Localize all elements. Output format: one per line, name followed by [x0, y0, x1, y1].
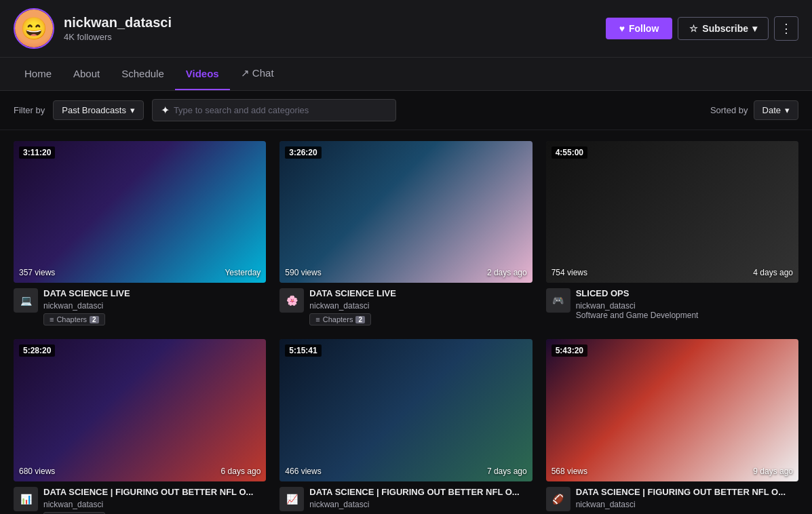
video-channel-avatar: 📊	[14, 487, 38, 511]
chapters-count: 2	[355, 316, 365, 323]
category-search[interactable]: ✦	[152, 99, 396, 121]
video-meta: DATA SCIENCE LIVE nickwan_datasci ≡ Chap…	[309, 288, 532, 325]
channel-header: 😄 nickwan_datasci 4K followers ♥ Follow …	[0, 0, 812, 58]
video-title: DATA SCIENCE LIVE	[309, 288, 532, 300]
channel-thumb-emoji: 🏈	[552, 494, 564, 505]
video-thumbnail: 5:43:20 568 views 9 days ago	[546, 339, 798, 481]
video-duration: 5:15:41	[285, 344, 321, 357]
video-info: 📈 DATA SCIENCE | FIGURING OUT BETTER NFL…	[279, 487, 532, 511]
channel-thumb-emoji: 📈	[286, 494, 298, 505]
video-views: 357 views	[19, 268, 55, 277]
video-card[interactable]: 5:43:20 568 views 9 days ago 🏈 DATA SCIE…	[546, 339, 798, 514]
video-channel-name: nickwan_datasci	[576, 500, 798, 509]
video-channel-name: nickwan_datasci	[576, 301, 798, 311]
video-meta: DATA SCIENCE | FIGURING OUT BETTER NFL O…	[309, 487, 532, 509]
chapters-badge[interactable]: ≡ Chapters 2	[43, 512, 105, 514]
video-info: 🏈 DATA SCIENCE | FIGURING OUT BETTER NFL…	[546, 487, 798, 511]
video-duration: 4:55:00	[552, 146, 587, 159]
chapters-badge[interactable]: ≡ Chapters 2	[309, 313, 371, 325]
category-search-input[interactable]	[174, 105, 387, 115]
channel-thumb-emoji: 🌸	[286, 295, 298, 306]
video-thumbnail: 5:15:41 466 views 7 days ago	[279, 339, 532, 481]
video-meta: DATA SCIENCE | FIGURING OUT BETTER NFL O…	[576, 487, 798, 509]
video-thumbnail: 3:26:20 590 views 2 days ago	[279, 141, 532, 283]
video-info: 🌸 DATA SCIENCE LIVE nickwan_datasci ≡ Ch…	[279, 288, 532, 325]
video-title: SLICED OPS	[576, 288, 798, 300]
channel-thumb-emoji: 🎮	[552, 295, 564, 306]
sort-value: Date	[762, 105, 781, 115]
list-icon: ≡	[50, 315, 54, 323]
video-date: 6 days ago	[221, 467, 261, 476]
video-channel-avatar: 🎮	[546, 288, 571, 313]
subscribe-button[interactable]: ☆ Subscribe ▾	[678, 17, 769, 40]
video-views: 590 views	[285, 268, 321, 277]
video-channel-name: nickwan_datasci	[43, 301, 266, 311]
video-date: 4 days ago	[753, 268, 793, 277]
video-views: 680 views	[19, 467, 55, 476]
thumbnail-bg	[279, 339, 532, 481]
video-card[interactable]: 3:26:20 590 views 2 days ago 🌸 DATA SCIE…	[279, 141, 532, 325]
star-icon: ☆	[689, 23, 698, 34]
video-date: 2 days ago	[487, 268, 527, 277]
thumbnail-bg	[546, 339, 798, 481]
video-thumbnail: 4:55:00 754 views 4 days ago	[546, 141, 798, 283]
video-duration: 3:26:20	[285, 146, 321, 159]
list-icon: ≡	[315, 315, 320, 323]
channel-thumb-emoji: 📊	[20, 494, 32, 505]
video-title: DATA SCIENCE LIVE	[43, 288, 266, 300]
video-meta: SLICED OPS nickwan_datasci Software and …	[576, 288, 798, 320]
video-channel-name: nickwan_datasci	[309, 500, 532, 509]
filter-chevron-icon: ▾	[130, 105, 135, 115]
video-views: 466 views	[285, 467, 321, 476]
video-date: 7 days ago	[487, 467, 527, 476]
sort-chevron-icon: ▾	[785, 105, 790, 115]
thumbnail-bg	[546, 141, 798, 283]
video-title: DATA SCIENCE | FIGURING OUT BETTER NFL O…	[43, 487, 266, 498]
heart-icon: ♥	[619, 23, 625, 34]
sort-dropdown[interactable]: Date ▾	[754, 100, 798, 120]
video-card[interactable]: 4:55:00 754 views 4 days ago 🎮 SLICED OP…	[546, 141, 798, 325]
chapters-badge[interactable]: ≡ Chapters 2	[43, 313, 105, 325]
follow-button[interactable]: ♥ Follow	[606, 18, 673, 39]
video-category: Software and Game Development	[576, 311, 798, 320]
nav-about[interactable]: About	[62, 58, 111, 90]
filter-label: Filter by	[14, 105, 45, 115]
video-thumbnail: 3:11:20 357 views Yesterday	[14, 141, 266, 283]
chapters-label: Chapters	[323, 315, 353, 323]
video-duration: 5:28:20	[19, 344, 55, 357]
more-options-button[interactable]: ⋮	[774, 16, 798, 41]
filter-bar: Filter by Past Broadcasts ▾ ✦ Sorted by …	[0, 91, 812, 130]
video-date: 9 days ago	[753, 467, 793, 476]
thumbnail-bg	[14, 141, 266, 283]
thumbnail-bg	[14, 339, 266, 481]
video-grid: 3:11:20 357 views Yesterday 💻 DATA SCIEN…	[0, 130, 812, 514]
sort-label: Sorted by	[710, 105, 748, 115]
header-actions: ♥ Follow ☆ Subscribe ▾ ⋮	[606, 16, 798, 41]
chapters-label: Chapters	[56, 315, 87, 323]
nav-home[interactable]: Home	[14, 58, 62, 90]
video-meta: DATA SCIENCE LIVE nickwan_datasci ≡ Chap…	[43, 288, 266, 325]
video-card[interactable]: 3:11:20 357 views Yesterday 💻 DATA SCIEN…	[14, 141, 266, 325]
nav-videos[interactable]: Videos	[175, 58, 230, 90]
video-channel-avatar: 🌸	[279, 288, 304, 313]
subscribe-chevron-icon: ▾	[752, 23, 757, 34]
video-info: 🎮 SLICED OPS nickwan_datasci Software an…	[546, 288, 798, 320]
more-icon: ⋮	[780, 21, 792, 36]
broadcast-type-dropdown[interactable]: Past Broadcasts ▾	[53, 100, 144, 120]
avatar-face: 😄	[15, 9, 53, 47]
search-icon: ✦	[161, 104, 170, 117]
video-channel-avatar: 💻	[14, 288, 38, 313]
video-card[interactable]: 5:15:41 466 views 7 days ago 📈 DATA SCIE…	[279, 339, 532, 514]
channel-followers: 4K followers	[64, 32, 606, 42]
filter-dropdown-label: Past Broadcasts	[62, 105, 126, 115]
nav-chat[interactable]: ↗ Chat	[230, 58, 285, 90]
video-thumbnail: 5:28:20 680 views 6 days ago	[14, 339, 266, 481]
video-views: 568 views	[552, 467, 587, 476]
thumbnail-bg	[279, 141, 532, 283]
channel-info: nickwan_datasci 4K followers	[64, 15, 606, 42]
video-card[interactable]: 5:28:20 680 views 6 days ago 📊 DATA SCIE…	[14, 339, 266, 514]
video-duration: 5:43:20	[552, 344, 587, 357]
video-channel-avatar: 🏈	[546, 487, 571, 511]
nav-schedule[interactable]: Schedule	[111, 58, 175, 90]
sort-section: Sorted by Date ▾	[710, 100, 798, 120]
